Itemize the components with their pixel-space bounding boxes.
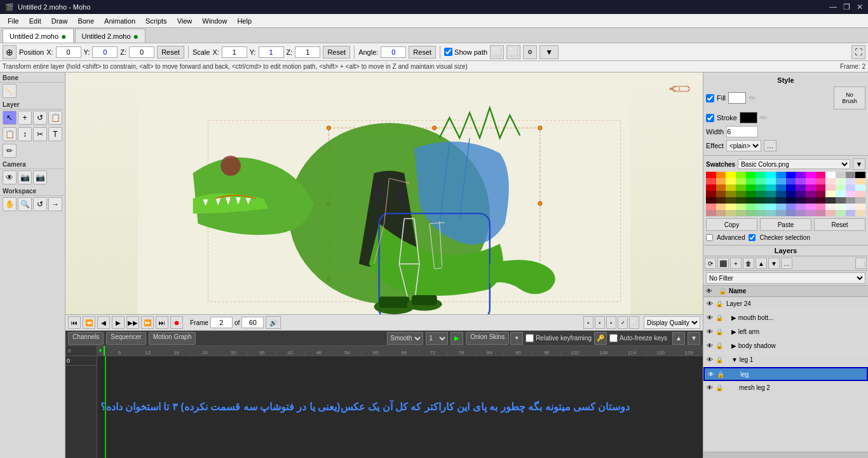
copy-tool[interactable]: 📋 xyxy=(48,111,62,125)
color-cell-61[interactable] xyxy=(836,191,846,197)
menu-edit[interactable]: Edit xyxy=(24,16,46,26)
color-cell-2[interactable] xyxy=(726,172,736,178)
layer-eye-layer24[interactable]: 👁 xyxy=(705,299,715,309)
x-input[interactable] xyxy=(56,46,81,58)
fill-color-swatch[interactable] xyxy=(728,92,746,104)
menu-draw[interactable]: Draw xyxy=(46,16,73,26)
color-cell-81[interactable] xyxy=(716,204,726,210)
color-cell-12[interactable] xyxy=(825,172,836,178)
z-input[interactable] xyxy=(129,46,154,58)
color-cell-8[interactable] xyxy=(786,172,796,178)
color-cell-79[interactable] xyxy=(855,197,865,204)
menu-window[interactable]: Window xyxy=(197,16,232,26)
view-btn-5[interactable]: ⬜ xyxy=(629,316,639,329)
reset-position-button[interactable]: Reset xyxy=(157,46,184,59)
layer-row-leg1[interactable]: 👁 🔒 ▼ leg 1 xyxy=(703,353,868,367)
tab-1[interactable]: Untitled 2.moho ● xyxy=(3,29,74,43)
color-cell-70[interactable] xyxy=(766,197,776,204)
color-cell-102[interactable] xyxy=(766,210,776,216)
toolbar-icon-transform[interactable]: ⊕ xyxy=(3,45,17,59)
color-cell-111[interactable] xyxy=(855,210,865,216)
color-cell-109[interactable] xyxy=(836,210,846,216)
color-cell-103[interactable] xyxy=(776,210,786,216)
canvas-viewport[interactable]: 🖊 xyxy=(65,73,703,314)
menu-view[interactable]: View xyxy=(172,16,198,26)
channels-tab[interactable]: Channels xyxy=(68,332,104,345)
rotate-workspace-tool[interactable]: ↺ xyxy=(33,197,47,211)
paste-tool[interactable]: 📋 xyxy=(3,127,17,141)
step-forward-button[interactable]: ⏩ xyxy=(141,316,154,329)
color-cell-106[interactable] xyxy=(806,210,816,216)
menu-animation[interactable]: Animation xyxy=(99,16,140,26)
layer-tool-2[interactable]: ⬛ xyxy=(717,258,729,269)
layer-tool-5[interactable]: ▲ xyxy=(756,258,767,269)
color-cell-20[interactable] xyxy=(746,178,756,184)
color-cell-80[interactable] xyxy=(706,204,716,210)
color-cell-17[interactable] xyxy=(716,178,726,184)
color-cell-7[interactable] xyxy=(776,172,786,178)
color-cell-32[interactable] xyxy=(706,184,716,191)
color-cell-76[interactable] xyxy=(825,197,836,204)
view-btn-3[interactable]: ▪ xyxy=(606,316,616,329)
color-cell-1[interactable] xyxy=(716,172,726,178)
paste-swatch-button[interactable]: Paste xyxy=(760,218,811,231)
color-cell-62[interactable] xyxy=(846,191,856,197)
color-cell-73[interactable] xyxy=(796,197,806,204)
bone-tool[interactable]: 🦴 xyxy=(3,84,17,98)
menu-file[interactable]: File xyxy=(3,16,24,26)
color-cell-108[interactable] xyxy=(825,210,836,216)
color-cell-64[interactable] xyxy=(706,197,716,204)
sz-input[interactable] xyxy=(295,46,320,58)
color-cell-110[interactable] xyxy=(846,210,856,216)
color-cell-26[interactable] xyxy=(806,178,816,184)
view-btn-4[interactable]: ✓ xyxy=(618,316,628,329)
layer-eye-meshleg2[interactable]: 👁 xyxy=(705,383,715,393)
layer-lock-bodyshadow[interactable]: 🔒 xyxy=(715,342,724,350)
window-controls[interactable]: — ❐ ✕ xyxy=(829,3,863,11)
select-tool[interactable]: ↖ xyxy=(3,111,17,125)
color-cell-25[interactable] xyxy=(796,178,806,184)
stroke-edit-icon[interactable]: ✏ xyxy=(760,113,768,123)
color-cell-47[interactable] xyxy=(855,184,865,191)
total-frames-input[interactable] xyxy=(241,317,264,328)
color-cell-94[interactable] xyxy=(846,204,856,210)
color-cell-88[interactable] xyxy=(786,204,796,210)
effect-select[interactable]: <plain> xyxy=(726,140,761,151)
layer-row-meshleg2[interactable]: 👁 🔒 mesh leg 2 xyxy=(703,381,868,395)
color-cell-29[interactable] xyxy=(836,178,846,184)
color-cell-71[interactable] xyxy=(776,197,786,204)
tab-2[interactable]: Untitled 2.moho ● xyxy=(75,29,146,43)
color-cell-31[interactable] xyxy=(855,178,865,184)
stroke-checkbox[interactable] xyxy=(706,114,714,122)
toolbar-icon-2[interactable]: ⬜ xyxy=(506,45,520,59)
color-cell-44[interactable] xyxy=(825,184,836,191)
color-cell-82[interactable] xyxy=(726,204,736,210)
color-cell-69[interactable] xyxy=(756,197,766,204)
color-cell-55[interactable] xyxy=(776,191,786,197)
color-cell-43[interactable] xyxy=(816,184,826,191)
color-cell-59[interactable] xyxy=(816,191,826,197)
color-cell-22[interactable] xyxy=(766,178,776,184)
layer-tool-7[interactable]: … xyxy=(781,258,792,269)
color-cell-35[interactable] xyxy=(736,184,746,191)
relative-key-checkbox[interactable] xyxy=(526,334,534,342)
pen-tool[interactable]: ✏ xyxy=(3,144,17,158)
view-btn-1[interactable]: ▪ xyxy=(583,316,593,329)
color-cell-105[interactable] xyxy=(796,210,806,216)
color-cell-92[interactable] xyxy=(825,204,836,210)
auto-freeze-checkbox[interactable] xyxy=(609,334,618,342)
effect-options-button[interactable]: … xyxy=(764,140,776,151)
color-cell-6[interactable] xyxy=(766,172,776,178)
color-cell-30[interactable] xyxy=(846,178,856,184)
color-cell-56[interactable] xyxy=(786,191,796,197)
color-cell-13[interactable] xyxy=(836,172,846,178)
layer-row-bodyshadow[interactable]: 👁 🔒 ▶ body shadow xyxy=(703,339,868,353)
prev-frame-button[interactable]: ◀ xyxy=(97,316,110,329)
color-cell-58[interactable] xyxy=(806,191,816,197)
color-cell-53[interactable] xyxy=(756,191,766,197)
sequencer-tab[interactable]: Sequencer xyxy=(106,332,146,345)
color-cell-34[interactable] xyxy=(726,184,736,191)
reset-swatch-button[interactable]: Reset xyxy=(814,218,865,231)
maximize-button[interactable]: ❐ xyxy=(843,3,850,11)
color-cell-66[interactable] xyxy=(726,197,736,204)
